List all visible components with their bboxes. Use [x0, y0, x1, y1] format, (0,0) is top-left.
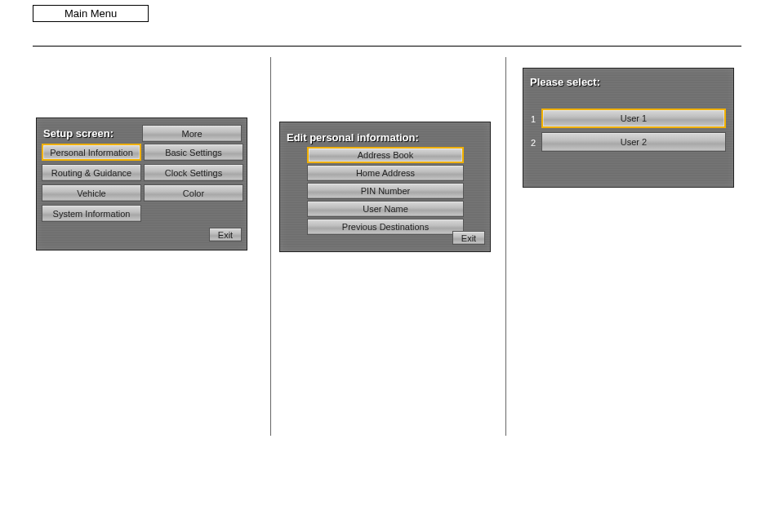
- horizontal-rule: [33, 46, 741, 47]
- column-divider-2: [505, 57, 506, 436]
- main-menu-label: Main Menu: [33, 5, 149, 22]
- routing-guidance-button[interactable]: Routing & Guidance: [42, 164, 141, 181]
- system-information-button[interactable]: System Information: [42, 205, 141, 222]
- address-book-button[interactable]: Address Book: [307, 147, 464, 163]
- clock-settings-button[interactable]: Clock Settings: [144, 164, 243, 181]
- basic-settings-button[interactable]: Basic Settings: [144, 144, 243, 161]
- row-number-1: 1: [531, 114, 536, 124]
- edit-personal-info-screen: Edit personal information: Address Book …: [279, 122, 491, 252]
- exit-button[interactable]: Exit: [452, 231, 485, 245]
- pin-number-button[interactable]: PIN Number: [307, 183, 464, 199]
- column-divider-1: [270, 57, 271, 436]
- user-1-button[interactable]: User 1: [541, 109, 726, 128]
- user-name-button[interactable]: User Name: [307, 201, 464, 217]
- vehicle-button[interactable]: Vehicle: [42, 184, 141, 202]
- color-button[interactable]: Color: [144, 184, 243, 202]
- edit-personal-info-title: Edit personal information:: [287, 131, 419, 144]
- home-address-button[interactable]: Home Address: [307, 165, 464, 181]
- please-select-title: Please select:: [530, 76, 600, 88]
- more-button[interactable]: More: [142, 125, 242, 142]
- previous-destinations-button[interactable]: Previous Destinations: [307, 219, 464, 235]
- please-select-screen: Please select: 1 2 User 1 User 2: [523, 68, 734, 188]
- user-2-button[interactable]: User 2: [541, 132, 726, 152]
- personal-information-button[interactable]: Personal Information: [42, 144, 141, 161]
- setup-screen-title: Setup screen:: [43, 127, 114, 140]
- exit-button[interactable]: Exit: [209, 228, 242, 242]
- setup-screen: Setup screen: More Personal Information …: [36, 117, 247, 250]
- row-number-2: 2: [531, 138, 536, 148]
